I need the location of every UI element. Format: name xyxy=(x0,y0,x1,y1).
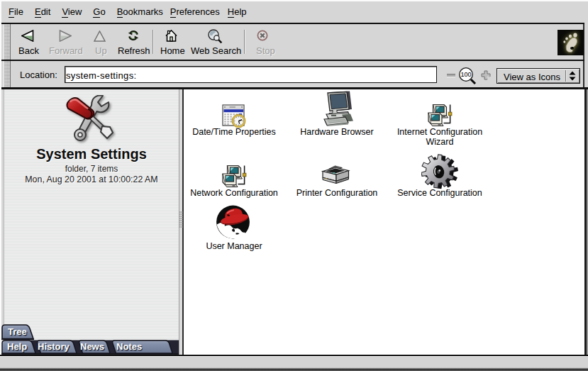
svg-text:100: 100 xyxy=(460,71,471,78)
